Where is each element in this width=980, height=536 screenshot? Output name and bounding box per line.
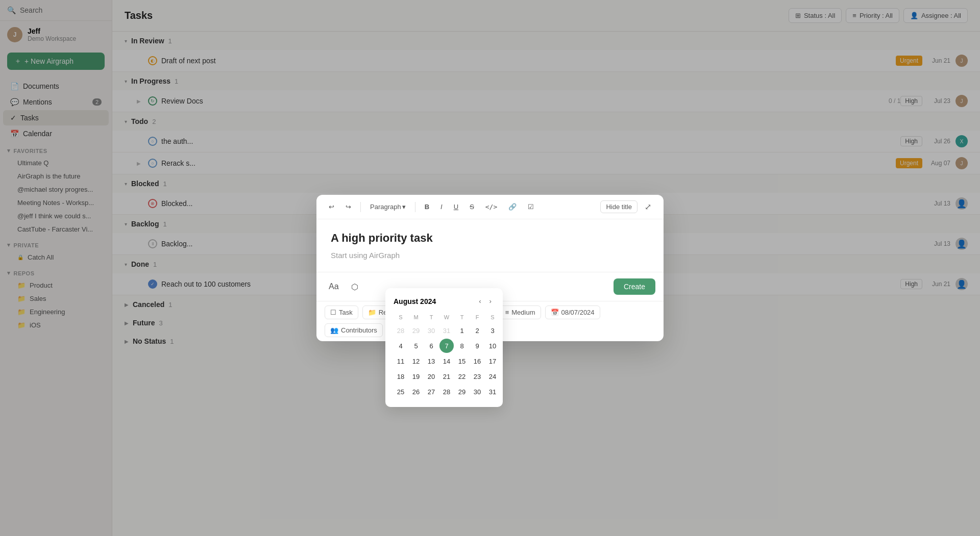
modal-subtitle[interactable]: Start using AirGraph xyxy=(331,251,649,260)
calendar-day[interactable]: 14 xyxy=(439,354,454,368)
calendar-day[interactable]: 29 xyxy=(455,385,469,399)
calendar-day[interactable]: 2 xyxy=(470,323,484,338)
day-label: S xyxy=(485,312,500,322)
calendar-day[interactable]: 1 xyxy=(455,323,469,338)
day-label: T xyxy=(424,312,438,322)
priority-icon: ≡ xyxy=(505,309,509,316)
calendar-day[interactable]: 27 xyxy=(424,385,438,399)
checklist-button[interactable]: ☑ xyxy=(524,201,538,213)
day-label: F xyxy=(470,312,484,322)
format-paragraph-dropdown[interactable]: Paragraph ▾ xyxy=(366,201,410,213)
bold-button[interactable]: B xyxy=(421,201,433,213)
day-label: S xyxy=(394,312,408,322)
calendar-day[interactable]: 24 xyxy=(485,369,500,384)
calendar-day[interactable]: 8 xyxy=(455,339,469,353)
calendar-day[interactable]: 4 xyxy=(394,339,408,353)
calendar-day[interactable]: 11 xyxy=(394,354,408,368)
underline-button[interactable]: U xyxy=(450,201,462,213)
hide-title-button[interactable]: Hide title xyxy=(600,200,638,213)
calendar-day[interactable]: 5 xyxy=(409,339,423,353)
next-month-button[interactable]: › xyxy=(486,296,495,306)
meta-chip-priority[interactable]: ≡ Medium xyxy=(500,305,541,319)
prev-month-button[interactable]: ‹ xyxy=(476,296,484,306)
calendar-month-year: August 2024 xyxy=(394,297,436,305)
day-label: T xyxy=(455,312,469,322)
calendar-grid: SMTWTFS282930311234567891011121314151617… xyxy=(394,312,495,399)
day-label: M xyxy=(409,312,423,322)
calendar-day[interactable]: 21 xyxy=(439,369,454,384)
modal-body: A high priority task Start using AirGrap… xyxy=(316,219,664,272)
calendar-day[interactable]: 16 xyxy=(470,354,484,368)
redo-button[interactable]: ↪ xyxy=(341,201,355,213)
create-button[interactable]: Create xyxy=(614,278,655,295)
calendar-day[interactable]: 31 xyxy=(485,385,500,399)
calendar-day[interactable]: 19 xyxy=(409,369,423,384)
calendar-day[interactable]: 23 xyxy=(470,369,484,384)
calendar-day[interactable]: 28 xyxy=(394,323,408,338)
calendar-day[interactable]: 7 xyxy=(439,339,454,353)
calendar-day[interactable]: 9 xyxy=(470,339,484,353)
calendar-day[interactable]: 31 xyxy=(439,323,454,338)
calendar-day[interactable]: 12 xyxy=(409,354,423,368)
calendar-day[interactable]: 29 xyxy=(409,323,423,338)
emoji-button[interactable]: ⬡ xyxy=(347,279,362,295)
calendar-day[interactable]: 25 xyxy=(394,385,408,399)
day-label: W xyxy=(439,312,454,322)
paragraph-label: Paragraph xyxy=(370,203,401,211)
modal-toolbar: ↩ ↪ Paragraph ▾ B I U S </> 🔗 ☑ Hide tit… xyxy=(316,195,664,219)
calendar-day[interactable]: 18 xyxy=(394,369,408,384)
calendar-day[interactable]: 22 xyxy=(455,369,469,384)
expand-modal-button[interactable]: ⤢ xyxy=(641,200,655,214)
toolbar-separator xyxy=(415,202,415,212)
calendar-day[interactable]: 13 xyxy=(424,354,438,368)
calendar-day[interactable]: 28 xyxy=(439,385,454,399)
calendar-day[interactable]: 30 xyxy=(470,385,484,399)
meta-chip-task[interactable]: ☐ Task xyxy=(325,305,358,319)
calendar-day[interactable]: 15 xyxy=(455,354,469,368)
meta-chip-contributors[interactable]: 👥 Contributors xyxy=(325,323,383,337)
calendar-day[interactable]: 3 xyxy=(485,323,500,338)
text-format-button[interactable]: Aa xyxy=(325,279,343,294)
calendar-header: August 2024 ‹ › xyxy=(394,296,495,306)
meta-chip-date[interactable]: 📅 08/07/2024 xyxy=(545,305,600,319)
folder-icon: 📁 xyxy=(368,309,376,316)
link-button[interactable]: 🔗 xyxy=(504,201,521,213)
calendar-day[interactable]: 26 xyxy=(409,385,423,399)
modal-title[interactable]: A high priority task xyxy=(331,232,649,245)
calendar-day[interactable]: 20 xyxy=(424,369,438,384)
modal-overlay[interactable]: ↩ ↪ Paragraph ▾ B I U S </> 🔗 ☑ Hide tit… xyxy=(0,0,980,536)
undo-button[interactable]: ↩ xyxy=(325,201,338,213)
calendar-popup: August 2024 ‹ › SMTWTFS28293031123456789… xyxy=(385,288,503,407)
contributors-icon: 👥 xyxy=(330,326,338,334)
calendar-icon: 📅 xyxy=(551,309,559,316)
chevron-down-icon: ▾ xyxy=(402,203,406,211)
calendar-day[interactable]: 17 xyxy=(485,354,500,368)
toolbar-separator xyxy=(360,202,361,212)
strikethrough-button[interactable]: S xyxy=(465,201,478,213)
code-button[interactable]: </> xyxy=(481,201,501,213)
calendar-day[interactable]: 30 xyxy=(424,323,438,338)
task-icon: ☐ xyxy=(330,309,336,316)
calendar-nav: ‹ › xyxy=(476,296,495,306)
italic-button[interactable]: I xyxy=(436,201,447,213)
calendar-day[interactable]: 10 xyxy=(485,339,500,353)
calendar-day[interactable]: 6 xyxy=(424,339,438,353)
